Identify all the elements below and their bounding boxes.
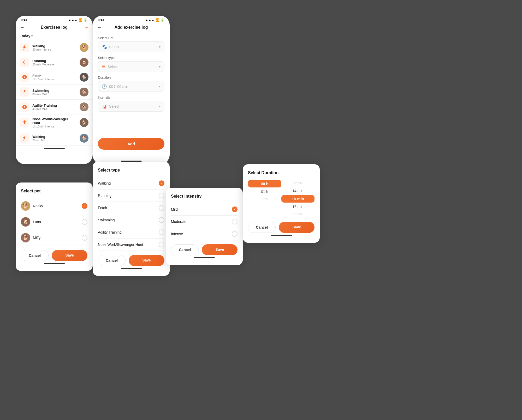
radio-fetch	[159, 205, 164, 211]
intensity-save-button[interactable]: Save	[202, 244, 238, 255]
signal-icon-2: ▲▲▲	[145, 18, 155, 22]
duration-label: Duration	[98, 76, 164, 80]
pet-item-luna[interactable]: 🐶 Luna	[21, 214, 87, 230]
list-item[interactable]: Walking 20min Mild 🐕	[16, 131, 93, 146]
radio-miffy	[82, 235, 87, 241]
pet-select[interactable]: 🐾 Select ▾	[98, 41, 164, 52]
add-button[interactable]: Add	[98, 138, 164, 150]
intensity-label: Intensity	[98, 95, 164, 99]
status-icons-2: ▲▲▲ 📶 🔋	[145, 18, 164, 22]
pet-label: Select Pet	[98, 36, 164, 40]
chevron-down-icon: ▾	[31, 35, 33, 38]
hours-column: 00 h 01 h 02 h	[248, 180, 281, 218]
pet-item-miffy[interactable]: 🐕 Miffy	[21, 230, 87, 246]
duration-modal-actions: Cancel Save	[248, 222, 315, 233]
battery-icon: 🔋	[84, 18, 87, 22]
add-exercise-button[interactable]: +	[85, 24, 88, 31]
home-indicator-1	[16, 146, 93, 151]
type-name-fetch: Fetch	[98, 206, 107, 210]
back-button-2[interactable]: ←	[97, 25, 102, 30]
avatar-miffy: 🐕	[21, 233, 30, 242]
type-save-button[interactable]: Save	[129, 255, 164, 266]
type-cancel-button[interactable]: Cancel	[98, 255, 126, 266]
wifi-icon: 📶	[79, 18, 82, 22]
exercise-info-swimming: Swimming 30 min Mild	[32, 89, 76, 96]
type-item-nosework[interactable]: Nose Work/Scavenger Hunt	[98, 239, 164, 251]
min-item-15[interactable]: 15 min	[281, 195, 315, 203]
list-item[interactable]: Fetch 1h 10min Intense 🐕	[16, 70, 93, 85]
min-item-14[interactable]: 14 min	[281, 187, 315, 194]
select-duration-modal: Select Duration 00 h 01 h 02 h 12 min 14…	[243, 164, 320, 243]
home-indicator-duration	[248, 233, 315, 239]
add-exercise-header: ← Add exercise log	[93, 23, 170, 33]
radio-intense	[232, 231, 238, 237]
radio-luna	[82, 219, 87, 225]
exercise-info-nosework: Nose Work/Scavenger Hunt 1h 10min Intens…	[32, 117, 76, 128]
intensity-item-mild[interactable]: Mild ✓	[171, 203, 238, 216]
home-indicator-type	[98, 266, 164, 272]
type-name-running: Running	[98, 193, 111, 198]
today-label: Today ▾	[16, 33, 93, 40]
duration-cancel-button[interactable]: Cancel	[248, 222, 276, 233]
hour-item-2[interactable]: 02 h	[248, 196, 281, 203]
time-2: 9:41	[98, 18, 104, 22]
min-item-17[interactable]: 17 min	[281, 211, 315, 218]
duration-picker: 00 h 01 h 02 h 12 min 14 min 15 min 16 m…	[248, 180, 315, 218]
exercise-icon-agility	[20, 102, 29, 112]
status-icons-1: ▲▲▲ 📶 🔋	[68, 18, 87, 22]
home-indicator-intensity	[171, 255, 238, 261]
intensity-item-moderate[interactable]: Moderate	[171, 216, 238, 228]
list-item[interactable]: Swimming 30 min Mild 🐕	[16, 85, 93, 100]
exercise-icon-nosework	[20, 118, 29, 127]
min-item-16[interactable]: 16 min	[281, 203, 315, 210]
type-select[interactable]: ☰ Select ▾	[98, 61, 164, 72]
clock-icon: 🕐	[102, 84, 107, 89]
exercise-info-running: Running 20 min Moderate	[32, 59, 76, 66]
radio-swimming	[159, 217, 164, 223]
exercises-header: ← Exercises log +	[16, 23, 93, 33]
avatar-swimming: 🐕	[80, 88, 88, 96]
radio-mild: ✓	[232, 206, 238, 212]
list-item[interactable]: Running 20 min Moderate 🐶	[16, 55, 93, 70]
list-item[interactable]: Nose Work/Scavenger Hunt 1h 10min Intens…	[16, 114, 93, 131]
back-button-1[interactable]: ←	[20, 25, 25, 30]
modal-intensity-title: Select intensity	[171, 194, 238, 199]
duration-select[interactable]: 🕐 00 h 00 min ▾	[98, 81, 164, 92]
avatar-walking2: 🐕	[80, 134, 88, 143]
exercise-icon-fetch	[20, 72, 29, 82]
duration-save-button[interactable]: Save	[279, 222, 315, 233]
radio-running	[159, 193, 164, 198]
select-intensity-modal: Select intensity Mild ✓ Moderate Intense…	[166, 188, 243, 265]
exercise-icon-swimming	[20, 87, 29, 97]
intensity-select[interactable]: 📊 Select ▾	[98, 101, 164, 112]
modal-type-title: Select type	[98, 168, 164, 173]
min-item-12[interactable]: 12 min	[281, 180, 315, 187]
pet-item-rocky[interactable]: 🐕 Rocky ✓	[21, 198, 87, 214]
exercise-icon-running	[20, 58, 29, 67]
pet-save-button[interactable]: Save	[52, 250, 87, 261]
add-exercise-form: Select Pet 🐾 Select ▾ Select type ☰ Sele…	[93, 33, 170, 118]
pet-name-miffy: Miffy	[33, 236, 40, 240]
pet-modal-actions: Cancel Save	[21, 250, 87, 261]
list-item[interactable]: Agility Training 45 min Mild 🐕	[16, 100, 93, 114]
type-item-swimming[interactable]: Swimming	[98, 214, 164, 226]
list-item[interactable]: Walking 30 min Intense 🐕	[16, 40, 93, 55]
chevron-type: ▾	[159, 65, 161, 69]
intensity-cancel-button[interactable]: Cancel	[171, 244, 199, 255]
chevron-intensity: ▾	[159, 105, 161, 108]
type-item-fetch[interactable]: Fetch	[98, 202, 164, 214]
type-item-agility[interactable]: Agility Training	[98, 226, 164, 239]
avatar-running: 🐶	[80, 58, 88, 67]
intensity-item-intense[interactable]: Intense	[171, 228, 238, 240]
type-item-running[interactable]: Running	[98, 190, 164, 202]
type-item-walking[interactable]: Walking ✓	[98, 177, 164, 190]
pet-cancel-button[interactable]: Cancel	[21, 250, 49, 261]
hour-item-0[interactable]: 00 h	[248, 180, 281, 187]
exercise-info-walking2: Walking 20min Mild	[32, 135, 76, 142]
modal-duration-title: Select Duration	[248, 171, 315, 175]
hour-item-1[interactable]: 01 h	[248, 188, 281, 195]
modal-pet-title: Select pet	[21, 189, 87, 193]
exercise-list: Walking 30 min Intense 🐕 Running 20 min …	[16, 40, 93, 146]
home-indicator-pet	[21, 261, 87, 267]
list-icon: ☰	[102, 64, 105, 69]
